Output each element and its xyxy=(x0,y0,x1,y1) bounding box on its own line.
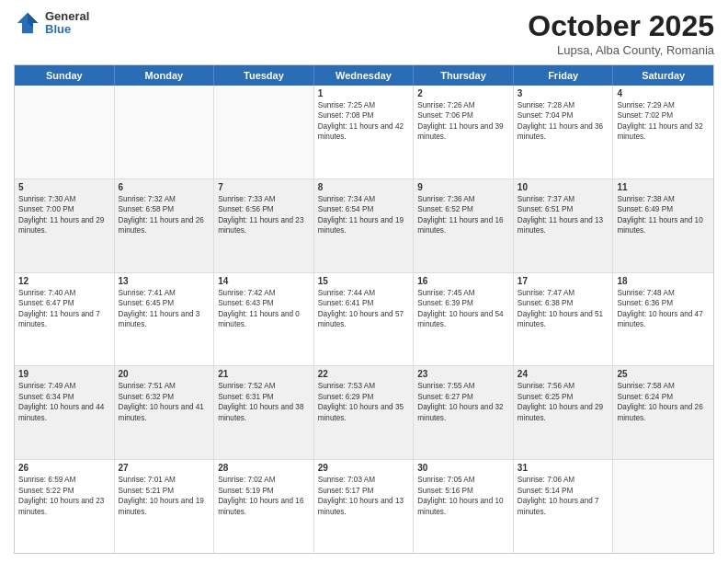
day-cell-5: 5Sunrise: 7:30 AMSunset: 7:00 PMDaylight… xyxy=(15,179,115,272)
day-info: Sunrise: 7:01 AMSunset: 5:21 PMDaylight:… xyxy=(119,475,210,517)
day-number: 24 xyxy=(518,369,609,379)
page: General Blue October 2025 Lupsa, Alba Co… xyxy=(0,0,728,563)
day-cell-9: 9Sunrise: 7:36 AMSunset: 6:52 PMDaylight… xyxy=(414,179,514,272)
logo: General Blue xyxy=(14,9,89,37)
day-info: Sunrise: 7:41 AMSunset: 6:45 PMDaylight:… xyxy=(119,288,210,330)
calendar-header: SundayMondayTuesdayWednesdayThursdayFrid… xyxy=(15,65,713,86)
day-number: 28 xyxy=(218,463,310,473)
day-number: 1 xyxy=(318,88,410,98)
day-info: Sunrise: 7:53 AMSunset: 6:29 PMDaylight:… xyxy=(318,381,410,423)
day-cell-16: 16Sunrise: 7:45 AMSunset: 6:39 PMDayligh… xyxy=(414,273,514,366)
day-number: 13 xyxy=(119,276,210,286)
day-info: Sunrise: 7:33 AMSunset: 6:56 PMDaylight:… xyxy=(218,194,310,236)
day-info: Sunrise: 7:28 AMSunset: 7:04 PMDaylight:… xyxy=(518,100,609,143)
day-info: Sunrise: 7:02 AMSunset: 5:19 PMDaylight:… xyxy=(218,475,310,517)
day-cell-2: 2Sunrise: 7:26 AMSunset: 7:06 PMDaylight… xyxy=(414,86,514,178)
day-number: 7 xyxy=(218,182,310,192)
day-cell-26: 26Sunrise: 6:59 AMSunset: 5:22 PMDayligh… xyxy=(15,460,115,553)
day-info: Sunrise: 7:32 AMSunset: 6:58 PMDaylight:… xyxy=(119,194,210,236)
day-number: 31 xyxy=(518,463,609,473)
day-number: 4 xyxy=(617,88,710,98)
day-number: 25 xyxy=(617,369,710,379)
day-cell-17: 17Sunrise: 7:47 AMSunset: 6:38 PMDayligh… xyxy=(514,273,614,366)
day-info: Sunrise: 7:49 AMSunset: 6:34 PMDaylight:… xyxy=(18,381,110,423)
day-cell-22: 22Sunrise: 7:53 AMSunset: 6:29 PMDayligh… xyxy=(314,366,415,459)
header-day-sunday: Sunday xyxy=(15,65,115,86)
day-info: Sunrise: 7:37 AMSunset: 6:51 PMDaylight:… xyxy=(518,194,609,236)
day-info: Sunrise: 7:34 AMSunset: 6:54 PMDaylight:… xyxy=(318,194,410,236)
day-cell-1: 1Sunrise: 7:25 AMSunset: 7:08 PMDaylight… xyxy=(314,86,415,178)
day-cell-4: 4Sunrise: 7:29 AMSunset: 7:02 PMDaylight… xyxy=(613,86,713,178)
day-cell-21: 21Sunrise: 7:52 AMSunset: 6:31 PMDayligh… xyxy=(214,366,314,459)
day-info: Sunrise: 7:56 AMSunset: 6:25 PMDaylight:… xyxy=(518,381,609,423)
day-cell-14: 14Sunrise: 7:42 AMSunset: 6:43 PMDayligh… xyxy=(214,273,314,366)
day-info: Sunrise: 7:38 AMSunset: 6:49 PMDaylight:… xyxy=(617,194,710,236)
day-number: 14 xyxy=(218,276,310,286)
logo-text: General Blue xyxy=(45,10,89,37)
day-number: 17 xyxy=(518,276,609,286)
day-info: Sunrise: 7:26 AMSunset: 7:06 PMDaylight:… xyxy=(417,100,509,143)
day-number: 18 xyxy=(617,276,710,286)
day-number: 30 xyxy=(417,463,509,473)
day-number: 19 xyxy=(18,369,110,379)
day-number: 3 xyxy=(518,88,609,98)
day-cell-13: 13Sunrise: 7:41 AMSunset: 6:45 PMDayligh… xyxy=(115,273,215,366)
day-info: Sunrise: 7:40 AMSunset: 6:47 PMDaylight:… xyxy=(18,288,110,330)
day-number: 12 xyxy=(18,276,110,286)
empty-cell xyxy=(214,86,314,178)
day-number: 10 xyxy=(518,182,609,192)
week-row-0: 1Sunrise: 7:25 AMSunset: 7:08 PMDaylight… xyxy=(15,86,713,179)
day-info: Sunrise: 7:51 AMSunset: 6:32 PMDaylight:… xyxy=(119,381,210,423)
day-info: Sunrise: 6:59 AMSunset: 5:22 PMDaylight:… xyxy=(18,475,110,517)
day-number: 26 xyxy=(18,463,110,473)
calendar-body: 1Sunrise: 7:25 AMSunset: 7:08 PMDaylight… xyxy=(15,86,713,553)
day-info: Sunrise: 7:55 AMSunset: 6:27 PMDaylight:… xyxy=(417,381,509,423)
header-day-tuesday: Tuesday xyxy=(214,65,314,86)
day-cell-18: 18Sunrise: 7:48 AMSunset: 6:36 PMDayligh… xyxy=(613,273,713,366)
day-cell-7: 7Sunrise: 7:33 AMSunset: 6:56 PMDaylight… xyxy=(214,179,314,272)
day-info: Sunrise: 7:52 AMSunset: 6:31 PMDaylight:… xyxy=(218,381,310,423)
day-number: 21 xyxy=(218,369,310,379)
month-title: October 2025 xyxy=(528,9,714,43)
day-number: 29 xyxy=(318,463,410,473)
day-cell-30: 30Sunrise: 7:05 AMSunset: 5:16 PMDayligh… xyxy=(414,460,514,553)
empty-cell xyxy=(115,86,215,178)
day-number: 27 xyxy=(119,463,210,473)
empty-cell xyxy=(613,460,713,553)
header-day-thursday: Thursday xyxy=(414,65,514,86)
day-number: 15 xyxy=(318,276,410,286)
day-cell-27: 27Sunrise: 7:01 AMSunset: 5:21 PMDayligh… xyxy=(115,460,215,553)
week-row-2: 12Sunrise: 7:40 AMSunset: 6:47 PMDayligh… xyxy=(15,273,713,367)
logo-icon xyxy=(14,9,41,37)
day-number: 16 xyxy=(417,276,509,286)
day-number: 11 xyxy=(617,182,710,192)
day-cell-8: 8Sunrise: 7:34 AMSunset: 6:54 PMDaylight… xyxy=(314,179,415,272)
day-info: Sunrise: 7:30 AMSunset: 7:00 PMDaylight:… xyxy=(18,194,110,236)
header-day-monday: Monday xyxy=(115,65,215,86)
empty-cell xyxy=(15,86,115,178)
day-number: 20 xyxy=(119,369,210,379)
logo-general-text: General xyxy=(45,10,89,23)
header-day-wednesday: Wednesday xyxy=(314,65,415,86)
day-cell-31: 31Sunrise: 7:06 AMSunset: 5:14 PMDayligh… xyxy=(514,460,614,553)
day-cell-20: 20Sunrise: 7:51 AMSunset: 6:32 PMDayligh… xyxy=(115,366,215,459)
day-number: 6 xyxy=(119,182,210,192)
logo-blue-text: Blue xyxy=(45,23,89,36)
day-cell-28: 28Sunrise: 7:02 AMSunset: 5:19 PMDayligh… xyxy=(214,460,314,553)
subtitle: Lupsa, Alba County, Romania xyxy=(528,43,714,57)
day-info: Sunrise: 7:29 AMSunset: 7:02 PMDaylight:… xyxy=(617,100,710,143)
day-cell-23: 23Sunrise: 7:55 AMSunset: 6:27 PMDayligh… xyxy=(414,366,514,459)
day-info: Sunrise: 7:36 AMSunset: 6:52 PMDaylight:… xyxy=(417,194,509,236)
day-info: Sunrise: 7:42 AMSunset: 6:43 PMDaylight:… xyxy=(218,288,310,330)
day-cell-6: 6Sunrise: 7:32 AMSunset: 6:58 PMDaylight… xyxy=(115,179,215,272)
day-info: Sunrise: 7:45 AMSunset: 6:39 PMDaylight:… xyxy=(417,288,509,330)
day-info: Sunrise: 7:25 AMSunset: 7:08 PMDaylight:… xyxy=(318,100,410,143)
header-day-saturday: Saturday xyxy=(613,65,713,86)
day-number: 22 xyxy=(318,369,410,379)
day-number: 8 xyxy=(318,182,410,192)
day-info: Sunrise: 7:47 AMSunset: 6:38 PMDaylight:… xyxy=(518,288,609,330)
day-number: 5 xyxy=(18,182,110,192)
day-cell-15: 15Sunrise: 7:44 AMSunset: 6:41 PMDayligh… xyxy=(314,273,415,366)
day-cell-10: 10Sunrise: 7:37 AMSunset: 6:51 PMDayligh… xyxy=(514,179,614,272)
day-cell-19: 19Sunrise: 7:49 AMSunset: 6:34 PMDayligh… xyxy=(15,366,115,459)
